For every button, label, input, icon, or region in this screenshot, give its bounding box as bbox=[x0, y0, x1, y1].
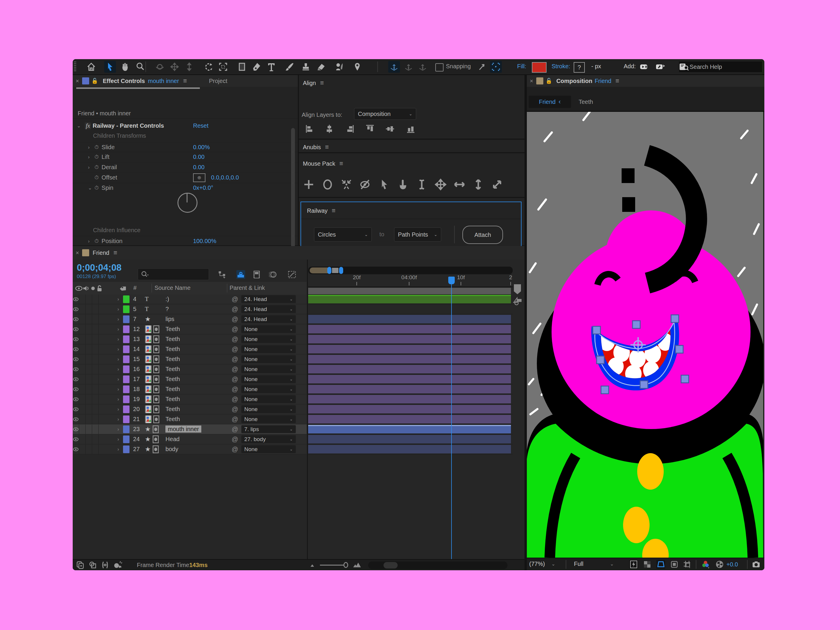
label-swatch[interactable] bbox=[123, 316, 129, 323]
stamp-tool[interactable] bbox=[300, 61, 312, 73]
railway-menu-icon[interactable]: ≡ bbox=[332, 207, 336, 215]
arrow-diagonal-icon[interactable] bbox=[491, 178, 504, 191]
audio-toggle[interactable] bbox=[79, 415, 86, 424]
timeline-zoom-slider[interactable] bbox=[320, 565, 346, 565]
parent-pickwhip-icon[interactable]: @ bbox=[232, 385, 238, 393]
composition-mini-flowchart-icon[interactable] bbox=[218, 270, 226, 279]
plus-icon[interactable] bbox=[302, 178, 315, 191]
world-axis-icon[interactable] bbox=[403, 61, 414, 73]
search-help-field[interactable] bbox=[679, 62, 762, 72]
hand-point-icon[interactable] bbox=[396, 178, 409, 191]
layer-name[interactable]: Teeth bbox=[166, 356, 180, 362]
stopwatch-icon[interactable]: ⏱ bbox=[95, 238, 99, 244]
region-of-interest-icon[interactable] bbox=[670, 560, 679, 569]
eraser-tool[interactable] bbox=[315, 61, 327, 73]
lock-toggle[interactable] bbox=[92, 395, 99, 404]
circle-icon[interactable] bbox=[321, 178, 334, 191]
parent-dropdown[interactable]: None⌄ bbox=[242, 405, 296, 413]
audio-toggle[interactable] bbox=[79, 374, 86, 384]
chevron-right-icon[interactable]: › bbox=[117, 387, 119, 392]
layer-bar[interactable] bbox=[308, 375, 511, 384]
chevron-right-icon[interactable]: › bbox=[117, 417, 119, 422]
parent-dropdown[interactable]: None⌄ bbox=[242, 445, 296, 453]
lock-icon[interactable]: 🔓 bbox=[92, 78, 98, 84]
comp-button-icon[interactable] bbox=[512, 297, 523, 307]
layer-row-15[interactable]: ›15Teeth@None⌄ bbox=[73, 354, 307, 364]
time-ruler[interactable]: 20f04:00f10f2 bbox=[308, 274, 513, 287]
shy-toggle-icon[interactable] bbox=[236, 270, 245, 279]
chevron-right-icon[interactable]: › bbox=[117, 447, 119, 452]
layer-name[interactable]: Teeth bbox=[166, 336, 180, 342]
work-area-bar[interactable] bbox=[308, 288, 511, 295]
panel-menu-icon[interactable]: ≡ bbox=[183, 77, 187, 85]
track-row-14[interactable] bbox=[308, 344, 513, 354]
layer-name[interactable]: body bbox=[166, 446, 178, 452]
chevron-down-icon[interactable]: ⌄ bbox=[88, 185, 95, 191]
layer-row-24[interactable]: ›24★Head@27. body⌄ bbox=[73, 434, 307, 444]
local-axis-icon[interactable] bbox=[388, 61, 400, 73]
layer-name[interactable]: Teeth bbox=[166, 326, 180, 332]
pan-camera-tool[interactable] bbox=[169, 61, 180, 73]
stopwatch-icon[interactable]: ⏱ bbox=[95, 144, 99, 150]
hand-tool[interactable] bbox=[120, 61, 131, 73]
track-row-5[interactable] bbox=[308, 304, 513, 314]
tab-project[interactable]: Project bbox=[209, 78, 227, 84]
parent-dropdown[interactable]: None⌄ bbox=[242, 365, 296, 373]
layer-bar[interactable] bbox=[308, 445, 511, 453]
solo-toggle[interactable] bbox=[86, 395, 92, 404]
eye-toggle[interactable] bbox=[73, 335, 79, 344]
toggle-inout-panes-icon[interactable] bbox=[101, 561, 109, 569]
toggle-switches-icon[interactable] bbox=[76, 561, 84, 569]
chevron-right-icon[interactable]: › bbox=[88, 145, 95, 150]
snap-angle-icon[interactable] bbox=[477, 61, 488, 73]
railway-source-dropdown[interactable]: Circles⌄ bbox=[314, 227, 372, 242]
chevron-right-icon[interactable]: › bbox=[88, 165, 95, 170]
snapping-checkbox[interactable] bbox=[435, 62, 444, 73]
parent-pickwhip-icon[interactable]: @ bbox=[232, 325, 238, 333]
param-value[interactable]: 0.00 bbox=[193, 153, 205, 160]
lock-toggle[interactable] bbox=[92, 295, 99, 304]
tab-effect-controls[interactable]: Effect Controls bbox=[103, 78, 145, 84]
toolbar-grip[interactable] bbox=[74, 62, 76, 72]
chevron-right-icon[interactable]: › bbox=[117, 407, 119, 412]
current-timecode[interactable]: 0;00;04;08 bbox=[77, 262, 122, 273]
tab-friend-comp[interactable]: Friend bbox=[93, 249, 109, 256]
solo-toggle[interactable] bbox=[86, 404, 92, 414]
layer-bar[interactable] bbox=[308, 425, 511, 433]
chevron-down-icon[interactable]: ⌄ bbox=[77, 123, 81, 129]
audio-toggle[interactable] bbox=[79, 425, 86, 434]
lock-toggle[interactable] bbox=[92, 385, 99, 394]
layer-row-14[interactable]: ›14Teeth@None⌄ bbox=[73, 344, 307, 354]
transparency-grid-icon[interactable] bbox=[643, 560, 652, 569]
add-animation-icon[interactable] bbox=[638, 61, 650, 73]
timeline-h-scrollbar[interactable] bbox=[384, 562, 398, 568]
track-row-13[interactable] bbox=[308, 334, 513, 344]
eye-hidden-icon[interactable] bbox=[359, 178, 372, 191]
breadcrumb-back[interactable]: Friend ‹ bbox=[529, 96, 571, 108]
lock-toggle[interactable] bbox=[92, 314, 99, 324]
parent-pickwhip-icon[interactable]: @ bbox=[232, 406, 238, 413]
chevron-right-icon[interactable]: › bbox=[117, 427, 119, 432]
eye-toggle[interactable] bbox=[73, 365, 79, 374]
audio-toggle[interactable] bbox=[79, 295, 86, 304]
layer-row-18[interactable]: ›18Teeth@None⌄ bbox=[73, 384, 307, 394]
parent-dropdown[interactable]: 24. Head⌄ bbox=[242, 295, 296, 303]
layer-name[interactable]: Teeth bbox=[166, 346, 180, 352]
mask-visibility-icon[interactable] bbox=[656, 560, 665, 569]
layer-bar[interactable] bbox=[308, 385, 511, 393]
layer-name[interactable]: Teeth bbox=[166, 366, 180, 372]
parent-dropdown[interactable]: 27. body⌄ bbox=[242, 435, 296, 443]
parent-pickwhip-icon[interactable]: @ bbox=[232, 425, 238, 433]
chevron-right-icon[interactable]: › bbox=[117, 347, 119, 352]
magnification-dropdown[interactable]: (77%)⌄ bbox=[529, 561, 556, 567]
align-top-button[interactable] bbox=[365, 124, 377, 136]
timeline-zoom-knob[interactable] bbox=[343, 562, 348, 568]
layer-name[interactable]: mouth inner bbox=[166, 425, 201, 433]
search-help-input[interactable] bbox=[689, 63, 758, 71]
layer-bar[interactable] bbox=[308, 435, 511, 444]
param-value[interactable]: 0.00 bbox=[193, 164, 205, 171]
track-row-7[interactable] bbox=[308, 314, 513, 324]
camera-roi-tool[interactable] bbox=[217, 61, 229, 73]
fill-swatch[interactable] bbox=[532, 62, 546, 73]
parent-pickwhip-icon[interactable]: @ bbox=[232, 376, 238, 383]
